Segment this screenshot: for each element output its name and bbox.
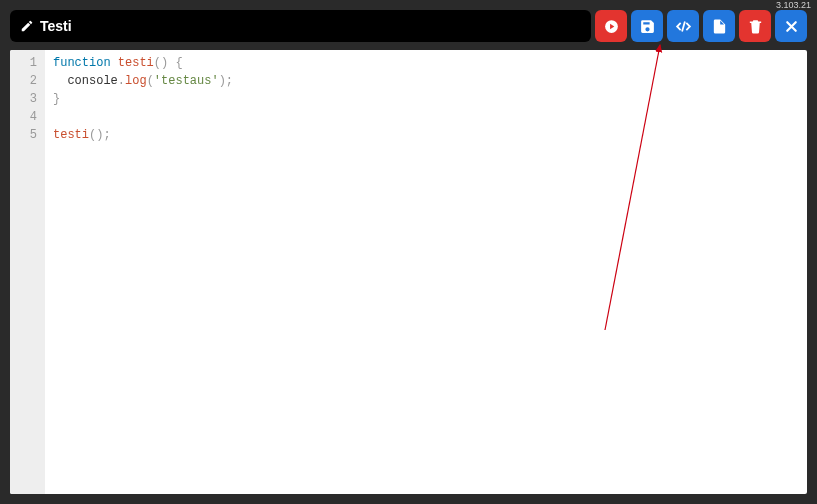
toolbar: [10, 10, 807, 42]
code-editor[interactable]: 12345 function testi() { console.log('te…: [10, 50, 807, 494]
file-icon: [711, 18, 728, 35]
code-line: console.log('testaus');: [53, 72, 807, 90]
line-number: 3: [10, 90, 45, 108]
line-number: 4: [10, 108, 45, 126]
code-line: testi();: [53, 126, 807, 144]
line-gutter: 12345: [10, 50, 45, 494]
save-button[interactable]: [631, 10, 663, 42]
file-button[interactable]: [703, 10, 735, 42]
title-field[interactable]: [10, 10, 591, 42]
line-number: 1: [10, 54, 45, 72]
close-button[interactable]: [775, 10, 807, 42]
trash-icon: [747, 18, 764, 35]
code-line: }: [53, 90, 807, 108]
code-area[interactable]: function testi() { console.log('testaus'…: [45, 50, 807, 494]
code-line: function testi() {: [53, 54, 807, 72]
pencil-icon: [20, 19, 34, 33]
play-icon: [603, 18, 620, 35]
title-input[interactable]: [40, 18, 581, 34]
code-icon: [675, 18, 692, 35]
run-button[interactable]: [595, 10, 627, 42]
close-icon: [783, 18, 800, 35]
save-icon: [639, 18, 656, 35]
code-button[interactable]: [667, 10, 699, 42]
line-number: 5: [10, 126, 45, 144]
line-number: 2: [10, 72, 45, 90]
version-label: 3.103.21: [776, 0, 811, 10]
delete-button[interactable]: [739, 10, 771, 42]
code-line: [53, 108, 807, 126]
